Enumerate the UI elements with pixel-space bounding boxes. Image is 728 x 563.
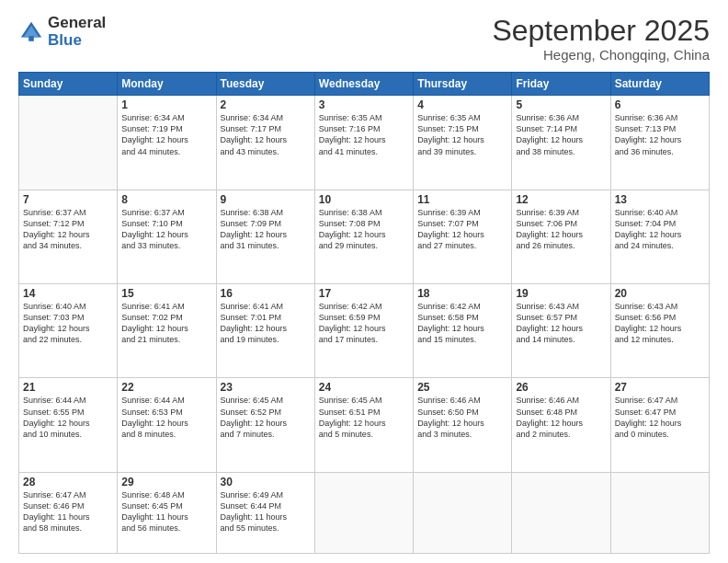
table-row: 24Sunrise: 6:45 AM Sunset: 6:51 PM Dayli… — [314, 378, 413, 472]
cell-info: Sunrise: 6:34 AM Sunset: 7:17 PM Dayligh… — [221, 112, 311, 157]
cell-info: Sunrise: 6:35 AM Sunset: 7:16 PM Dayligh… — [319, 112, 409, 157]
day-number: 1 — [121, 98, 211, 111]
day-number: 29 — [121, 476, 211, 488]
cell-info: Sunrise: 6:45 AM Sunset: 6:52 PM Dayligh… — [221, 395, 311, 440]
col-friday: Friday — [512, 73, 610, 96]
calendar-table: Sunday Monday Tuesday Wednesday Thursday… — [18, 72, 710, 554]
day-number: 16 — [221, 287, 311, 300]
table-row: 21Sunrise: 6:44 AM Sunset: 6:55 PM Dayli… — [19, 378, 118, 472]
cell-info: Sunrise: 6:46 AM Sunset: 6:48 PM Dayligh… — [516, 395, 606, 440]
cell-info: Sunrise: 6:46 AM Sunset: 6:50 PM Dayligh… — [417, 395, 507, 440]
cell-info: Sunrise: 6:37 AM Sunset: 7:12 PM Dayligh… — [23, 207, 113, 252]
cell-info: Sunrise: 6:42 AM Sunset: 6:59 PM Dayligh… — [319, 301, 409, 346]
col-tuesday: Tuesday — [216, 73, 314, 96]
cell-info: Sunrise: 6:41 AM Sunset: 7:01 PM Dayligh… — [221, 301, 311, 346]
cell-info: Sunrise: 6:38 AM Sunset: 7:08 PM Dayligh… — [319, 207, 409, 252]
day-number: 9 — [221, 193, 311, 206]
day-number: 3 — [319, 98, 409, 111]
table-row: 17Sunrise: 6:42 AM Sunset: 6:59 PM Dayli… — [314, 284, 413, 378]
cell-info: Sunrise: 6:44 AM Sunset: 6:53 PM Dayligh… — [121, 395, 211, 440]
day-number: 10 — [319, 193, 409, 206]
cell-info: Sunrise: 6:38 AM Sunset: 7:09 PM Dayligh… — [221, 207, 311, 252]
table-row: 7Sunrise: 6:37 AM Sunset: 7:12 PM Daylig… — [19, 190, 118, 283]
day-number: 26 — [516, 381, 606, 394]
table-row: 12Sunrise: 6:39 AM Sunset: 7:06 PM Dayli… — [512, 190, 610, 283]
day-number: 28 — [23, 476, 113, 488]
cell-info: Sunrise: 6:36 AM Sunset: 7:14 PM Dayligh… — [516, 112, 606, 157]
day-number: 24 — [319, 381, 409, 394]
table-row: 4Sunrise: 6:35 AM Sunset: 7:15 PM Daylig… — [414, 96, 512, 190]
day-number: 17 — [319, 287, 409, 300]
cell-info: Sunrise: 6:43 AM Sunset: 6:56 PM Dayligh… — [615, 301, 705, 346]
table-row — [314, 472, 413, 553]
day-number: 11 — [417, 193, 507, 206]
cell-info: Sunrise: 6:45 AM Sunset: 6:51 PM Dayligh… — [319, 395, 409, 440]
table-row: 18Sunrise: 6:42 AM Sunset: 6:58 PM Dayli… — [414, 284, 512, 378]
logo-icon — [18, 19, 44, 45]
cell-info: Sunrise: 6:39 AM Sunset: 7:07 PM Dayligh… — [417, 207, 507, 252]
table-row: 30Sunrise: 6:49 AM Sunset: 6:44 PM Dayli… — [216, 472, 314, 553]
day-number: 23 — [221, 381, 311, 394]
title-block: September 2025 Hegeng, Chongqing, China — [492, 15, 710, 63]
table-row — [610, 472, 709, 553]
table-row — [19, 96, 118, 190]
col-sunday: Sunday — [19, 73, 118, 96]
table-row: 26Sunrise: 6:46 AM Sunset: 6:48 PM Dayli… — [512, 378, 610, 472]
day-number: 19 — [516, 287, 606, 300]
day-number: 12 — [516, 193, 606, 206]
logo-general: General — [48, 15, 106, 32]
logo-text: General Blue — [48, 15, 106, 49]
table-row — [414, 472, 512, 553]
table-row: 20Sunrise: 6:43 AM Sunset: 6:56 PM Dayli… — [610, 284, 709, 378]
day-number: 20 — [615, 287, 705, 300]
day-number: 25 — [417, 381, 507, 394]
day-number: 21 — [23, 381, 113, 394]
day-number: 2 — [221, 98, 311, 111]
cell-info: Sunrise: 6:39 AM Sunset: 7:06 PM Dayligh… — [516, 207, 606, 252]
col-thursday: Thursday — [414, 73, 512, 96]
col-monday: Monday — [118, 73, 216, 96]
table-row: 23Sunrise: 6:45 AM Sunset: 6:52 PM Dayli… — [216, 378, 314, 472]
col-saturday: Saturday — [610, 73, 709, 96]
table-row: 29Sunrise: 6:48 AM Sunset: 6:45 PM Dayli… — [118, 472, 216, 553]
cell-info: Sunrise: 6:42 AM Sunset: 6:58 PM Dayligh… — [417, 301, 507, 346]
cell-info: Sunrise: 6:35 AM Sunset: 7:15 PM Dayligh… — [417, 112, 507, 157]
day-number: 4 — [417, 98, 507, 111]
table-row: 28Sunrise: 6:47 AM Sunset: 6:46 PM Dayli… — [19, 472, 118, 553]
table-row: 22Sunrise: 6:44 AM Sunset: 6:53 PM Dayli… — [118, 378, 216, 472]
logo-blue: Blue — [48, 32, 106, 50]
day-number: 5 — [516, 98, 606, 111]
header: General Blue September 2025 Hegeng, Chon… — [18, 15, 710, 63]
col-wednesday: Wednesday — [314, 73, 413, 96]
table-row: 5Sunrise: 6:36 AM Sunset: 7:14 PM Daylig… — [512, 96, 610, 190]
page: General Blue September 2025 Hegeng, Chon… — [0, 0, 728, 563]
svg-rect-2 — [28, 36, 34, 41]
cell-info: Sunrise: 6:47 AM Sunset: 6:46 PM Dayligh… — [23, 489, 113, 534]
cell-info: Sunrise: 6:47 AM Sunset: 6:47 PM Dayligh… — [615, 395, 705, 440]
table-row: 8Sunrise: 6:37 AM Sunset: 7:10 PM Daylig… — [118, 190, 216, 283]
table-row: 2Sunrise: 6:34 AM Sunset: 7:17 PM Daylig… — [216, 96, 314, 190]
cell-info: Sunrise: 6:48 AM Sunset: 6:45 PM Dayligh… — [121, 489, 211, 534]
day-number: 7 — [23, 193, 113, 206]
day-number: 30 — [221, 476, 311, 488]
day-number: 27 — [615, 381, 705, 394]
table-row — [512, 472, 610, 553]
table-row: 15Sunrise: 6:41 AM Sunset: 7:02 PM Dayli… — [118, 284, 216, 378]
logo: General Blue — [18, 15, 106, 49]
day-number: 18 — [417, 287, 507, 300]
location-subtitle: Hegeng, Chongqing, China — [492, 47, 710, 63]
table-row: 16Sunrise: 6:41 AM Sunset: 7:01 PM Dayli… — [216, 284, 314, 378]
table-row: 1Sunrise: 6:34 AM Sunset: 7:19 PM Daylig… — [118, 96, 216, 190]
cell-info: Sunrise: 6:41 AM Sunset: 7:02 PM Dayligh… — [121, 301, 211, 346]
cell-info: Sunrise: 6:43 AM Sunset: 6:57 PM Dayligh… — [516, 301, 606, 346]
table-row: 9Sunrise: 6:38 AM Sunset: 7:09 PM Daylig… — [216, 190, 314, 283]
table-row: 6Sunrise: 6:36 AM Sunset: 7:13 PM Daylig… — [610, 96, 709, 190]
cell-info: Sunrise: 6:36 AM Sunset: 7:13 PM Dayligh… — [615, 112, 705, 157]
table-row: 10Sunrise: 6:38 AM Sunset: 7:08 PM Dayli… — [314, 190, 413, 283]
month-title: September 2025 — [492, 15, 710, 47]
cell-info: Sunrise: 6:40 AM Sunset: 7:03 PM Dayligh… — [23, 301, 113, 346]
day-number: 13 — [615, 193, 705, 206]
cell-info: Sunrise: 6:34 AM Sunset: 7:19 PM Dayligh… — [121, 112, 211, 157]
table-row: 13Sunrise: 6:40 AM Sunset: 7:04 PM Dayli… — [610, 190, 709, 283]
day-number: 22 — [121, 381, 211, 394]
